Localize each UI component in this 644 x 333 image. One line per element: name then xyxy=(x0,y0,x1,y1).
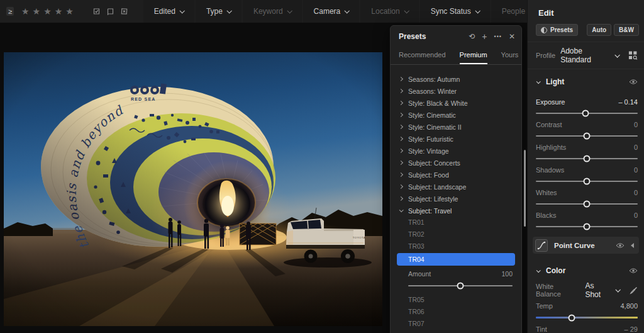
slider-knob[interactable] xyxy=(584,133,591,140)
preset-category[interactable]: Style: Futuristic xyxy=(391,133,521,145)
lightroom-window: ≥ ★ ★ ★ ★ ★ Edited Type Keyword xyxy=(0,0,644,333)
preset-category[interactable]: Subject: Landscape xyxy=(391,181,521,193)
presets-panel-header: Presets ⟲ + ••• ✕ xyxy=(391,26,521,45)
filter-type[interactable]: Type xyxy=(196,0,242,23)
color-section-header[interactable]: Color xyxy=(528,261,644,280)
eye-icon[interactable] xyxy=(629,79,638,85)
star-icon[interactable]: ★ xyxy=(21,6,30,16)
tab-yours[interactable]: Yours xyxy=(501,51,519,64)
chevron-down-icon xyxy=(616,287,621,292)
filter-toolbar: ≥ ★ ★ ★ ★ ★ Edited Type Keyword xyxy=(0,0,527,23)
preset-category[interactable]: Subject: Concerts xyxy=(391,157,521,169)
highlights-slider: Highlights0 xyxy=(528,144,644,159)
chevron-right-icon xyxy=(399,149,403,153)
eyedropper-icon[interactable] xyxy=(630,286,638,295)
light-section-header[interactable]: Light xyxy=(528,72,644,91)
chevron-right-icon xyxy=(399,101,403,105)
slider-knob[interactable] xyxy=(584,155,591,162)
preset-category[interactable]: Subject: Lifestyle xyxy=(391,193,521,205)
profile-label: Profile xyxy=(536,52,555,59)
preset-category[interactable]: Style: Black & White xyxy=(391,97,521,109)
rating-operator-icon[interactable]: ≥ xyxy=(6,7,14,16)
preset-item[interactable]: TR07 xyxy=(391,318,521,330)
amount-slider-knob[interactable] xyxy=(457,283,464,290)
collapse-triangle-icon[interactable] xyxy=(631,243,634,248)
filter-edited[interactable]: Edited xyxy=(143,0,194,23)
chevron-down-icon xyxy=(287,8,292,13)
preset-item[interactable]: TR02 xyxy=(391,229,521,240)
add-preset-icon[interactable]: + xyxy=(482,33,487,40)
scrollbar-thumb[interactable] xyxy=(524,150,526,227)
slider-knob[interactable] xyxy=(568,314,575,321)
tab-recommended[interactable]: Recommended xyxy=(399,51,446,64)
preset-category[interactable]: Seasons: Winter xyxy=(391,85,521,97)
preset-item[interactable]: TR06 xyxy=(391,306,521,318)
presets-button[interactable]: Presets xyxy=(536,24,578,36)
neutral-flag-icon[interactable] xyxy=(106,8,114,16)
preset-category[interactable]: Style: Cinematic II xyxy=(391,121,521,133)
auto-button[interactable]: Auto xyxy=(587,24,611,36)
slider-knob[interactable] xyxy=(582,110,589,117)
white-balance-dropdown[interactable]: As Shot xyxy=(585,281,619,299)
profile-value-dropdown[interactable]: Adobe Standard xyxy=(560,47,618,64)
preset-category[interactable]: Seasons: Autumn xyxy=(391,73,521,85)
slider-track[interactable] xyxy=(536,113,638,114)
slider-track[interactable] xyxy=(536,226,638,227)
preset-item[interactable]: TR08 xyxy=(391,330,521,333)
chevron-down-icon xyxy=(475,8,480,13)
amount-slider-track[interactable] xyxy=(408,285,513,286)
preset-category[interactable]: Style: Vintage xyxy=(391,145,521,157)
slider-track[interactable] xyxy=(536,181,638,182)
star-icon[interactable]: ★ xyxy=(65,6,74,16)
white-balance-row: White Balance As Shot xyxy=(528,283,644,298)
tab-premium[interactable]: Premium xyxy=(460,51,487,64)
slider-track[interactable] xyxy=(536,135,638,137)
preset-category-expanded[interactable]: Subject: Travel xyxy=(391,205,521,217)
chevron-right-icon xyxy=(399,125,403,129)
chevron-right-icon xyxy=(399,172,403,177)
chevron-down-icon xyxy=(536,268,541,273)
star-icon[interactable]: ★ xyxy=(33,6,41,16)
filter-keyword[interactable]: Keyword xyxy=(243,0,302,23)
slider-knob[interactable] xyxy=(584,178,591,185)
preset-amount: Amount 100 xyxy=(391,266,521,294)
whites-slider: Whites0 xyxy=(528,189,644,205)
preset-category[interactable]: Subject: Food xyxy=(391,169,521,181)
slider-knob[interactable] xyxy=(584,223,591,230)
point-curve-icon[interactable] xyxy=(535,239,548,252)
pick-flag-icon[interactable] xyxy=(92,8,101,16)
slider-track[interactable] xyxy=(536,158,638,159)
filter-location[interactable]: Location xyxy=(360,0,418,23)
chevron-down-icon xyxy=(399,208,404,212)
amount-label: Amount xyxy=(408,270,431,278)
reject-flag-icon[interactable] xyxy=(120,8,128,16)
preset-item[interactable]: TR03 xyxy=(391,240,521,252)
eye-icon[interactable] xyxy=(616,242,625,249)
star-icon[interactable]: ★ xyxy=(55,6,63,16)
shadows-slider: Shadows0 xyxy=(528,166,644,182)
profile-browser-icon[interactable] xyxy=(628,50,638,60)
blacks-slider: Blacks0 xyxy=(528,212,644,227)
eye-icon[interactable] xyxy=(629,268,638,274)
close-icon[interactable]: ✕ xyxy=(509,33,515,40)
preset-item[interactable]: TR01 xyxy=(391,217,521,229)
star-icon[interactable]: ★ xyxy=(43,6,52,16)
revert-icon[interactable]: ⟲ xyxy=(469,33,475,40)
filter-sync-status[interactable]: Sync Status xyxy=(420,0,490,23)
chevron-right-icon xyxy=(399,196,403,201)
filter-camera[interactable]: Camera xyxy=(303,0,360,23)
preset-item-selected[interactable]: TR04 xyxy=(397,253,515,266)
slider-knob[interactable] xyxy=(584,201,591,208)
chevron-right-icon xyxy=(399,184,403,189)
point-curve-row[interactable]: Point Curve xyxy=(533,237,639,254)
bw-button[interactable]: B&W xyxy=(614,24,639,36)
slider-track[interactable] xyxy=(536,203,638,205)
preset-item[interactable]: TR05 xyxy=(391,294,521,306)
slider-track[interactable] xyxy=(536,317,638,319)
more-options-icon[interactable]: ••• xyxy=(494,33,501,40)
photo-canvas: RED SEA the oasis and beyond xyxy=(4,52,382,326)
presets-tabs: Recommended Premium Yours xyxy=(391,45,521,64)
divider xyxy=(528,69,644,69)
amount-value: 100 xyxy=(501,270,513,278)
preset-category[interactable]: Style: Cinematic xyxy=(391,109,521,121)
